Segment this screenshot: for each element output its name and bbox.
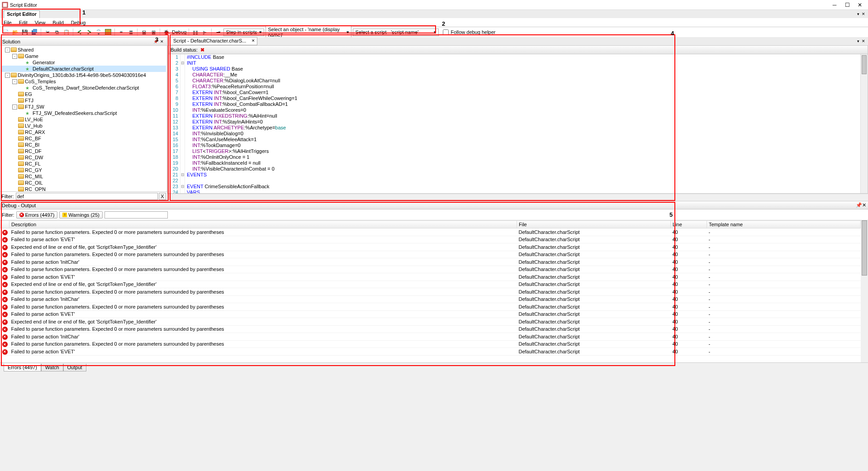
- indent-icon[interactable]: ≣: [127, 28, 135, 36]
- error-row[interactable]: ✕Failed to parse function parameters. Ex…: [0, 251, 861, 258]
- tree-folder[interactable]: RC_MIL: [1, 173, 166, 180]
- error-row[interactable]: ✕Failed to parse action 'InitChar'Defaul…: [0, 295, 861, 303]
- tree-toggle-icon[interactable]: -: [5, 48, 10, 52]
- tree-folder[interactable]: -FTJ_SW: [1, 104, 166, 110]
- error-row[interactable]: ✕Failed to parse action 'EVET'DefaultCha…: [0, 273, 861, 281]
- tree-folder[interactable]: RC_BI: [1, 142, 166, 148]
- debug-search-input[interactable]: [104, 211, 168, 219]
- tree-folder[interactable]: -Shared: [1, 47, 166, 53]
- error-row[interactable]: ✕Failed to parse function parameters. Ex…: [0, 228, 861, 236]
- tree-folder[interactable]: LV_Hub: [1, 123, 166, 129]
- pause-icon[interactable]: ▮▮: [191, 28, 199, 36]
- col-file[interactable]: File: [517, 221, 671, 228]
- tree-folder[interactable]: -DivinityOrigins_1301db3d-1f54-4e98-9be5…: [1, 72, 166, 78]
- debug-vertical-scrollbar[interactable]: [861, 220, 868, 362]
- expand-icon[interactable]: ⊞: [149, 28, 157, 36]
- tree-folder[interactable]: -Game: [1, 53, 166, 59]
- step-into-icon[interactable]: [104, 28, 112, 36]
- tabstrip-close-icon[interactable]: ✕: [861, 11, 866, 17]
- tree-folder[interactable]: FTJ: [1, 97, 166, 104]
- errors-filter-button[interactable]: ✕Errors (4497): [16, 211, 58, 219]
- tabstrip-dropdown-icon[interactable]: ▾: [855, 11, 861, 17]
- vertical-scrollbar[interactable]: [860, 54, 868, 193]
- tree-script[interactable]: DefaultCharacter.charScript: [1, 66, 166, 72]
- pin-icon[interactable]: 📌: [152, 38, 159, 45]
- error-row[interactable]: ✕Failed to parse action 'EVET'DefaultCha…: [0, 236, 861, 243]
- clear-filter-button[interactable]: X: [159, 193, 166, 200]
- save-icon[interactable]: [21, 28, 29, 36]
- tree-folder[interactable]: RC_OPN: [1, 186, 166, 191]
- error-row[interactable]: ✕Failed to parse action 'EVET'DefaultCha…: [0, 310, 861, 318]
- menu-debug[interactable]: Debug: [67, 19, 89, 26]
- tree-folder[interactable]: RC_OIL: [1, 180, 166, 186]
- collapse-icon[interactable]: ⊟: [140, 28, 148, 36]
- menu-view[interactable]: View: [31, 19, 49, 26]
- cut-icon[interactable]: [43, 28, 52, 36]
- horizontal-scrollbar[interactable]: [167, 194, 868, 201]
- error-row[interactable]: ✕Expected end of line or end of file, go…: [0, 243, 861, 251]
- bottom-tab-watch[interactable]: Watch: [41, 364, 63, 371]
- pin-icon[interactable]: 📌: [856, 202, 862, 208]
- follow-debug-helper-checkbox[interactable]: Follow debug helper: [443, 29, 495, 35]
- tree-toggle-icon[interactable]: -: [12, 105, 17, 109]
- tree-script[interactable]: FTJ_SW_DefeatedSeekers.charScript: [1, 110, 166, 116]
- menu-file[interactable]: File: [0, 19, 15, 26]
- play-icon[interactable]: ▶: [201, 28, 209, 36]
- tree-toggle-icon[interactable]: -: [5, 73, 10, 78]
- menu-build[interactable]: Build: [49, 19, 67, 26]
- maximize-button[interactable]: ☐: [841, 1, 854, 9]
- error-row[interactable]: ✕Failed to parse action 'InitChar'Defaul…: [0, 333, 861, 341]
- tab-script-editor[interactable]: Script Editor: [4, 10, 40, 18]
- tree-folder[interactable]: RC_DF: [1, 148, 166, 154]
- close-icon[interactable]: ✕: [251, 38, 255, 43]
- tree-folder[interactable]: RC_BF: [1, 135, 166, 142]
- step-icon[interactable]: ⇥: [214, 28, 222, 36]
- debug-label[interactable]: Debug: [172, 29, 186, 35]
- close-icon[interactable]: ✕: [159, 38, 165, 45]
- error-row[interactable]: ✕Failed to parse action 'EVET'DefaultCha…: [0, 348, 861, 356]
- open-file-icon[interactable]: [11, 28, 19, 36]
- minimize-button[interactable]: ─: [828, 1, 841, 9]
- tree-folder[interactable]: -CoS_Temples: [1, 78, 166, 85]
- bottom-tab-output[interactable]: Output: [63, 364, 86, 371]
- error-row[interactable]: ✕Failed to parse function parameters. Ex…: [0, 303, 861, 311]
- tree-folder[interactable]: RC_FL: [1, 161, 166, 167]
- tree-toggle-icon[interactable]: -: [12, 79, 17, 84]
- bug-icon[interactable]: 🐞: [162, 28, 171, 36]
- warnings-filter-button[interactable]: !Warnings (25): [59, 211, 103, 219]
- editor-tabstrip-close-icon[interactable]: ✕: [861, 38, 866, 44]
- debug-error-table[interactable]: Description File Line Template name ✕Fai…: [0, 220, 861, 362]
- tree-folder[interactable]: RC_DW: [1, 154, 166, 161]
- filter-input[interactable]: [16, 193, 158, 200]
- step-mode-combo[interactable]: Step in scripts▾: [223, 29, 264, 36]
- select-object-combo[interactable]: Select an object - 'name (display name)'…: [266, 26, 351, 38]
- menu-edit[interactable]: Edit: [15, 19, 31, 26]
- follow-debug-helper-input[interactable]: [443, 29, 449, 35]
- error-row[interactable]: ✕Failed to parse function parameters. Ex…: [0, 288, 861, 296]
- tree-script[interactable]: CoS_Temples_Dwarf_StoneDefender.charScri…: [1, 85, 166, 91]
- col-description[interactable]: Description: [9, 221, 517, 228]
- solution-tree[interactable]: -Shared-GameGeneratorDefaultCharacter.ch…: [0, 46, 167, 191]
- undo-icon[interactable]: [76, 28, 84, 36]
- error-row[interactable]: ✕Failed to parse function parameters. Ex…: [0, 266, 861, 273]
- tree-folder[interactable]: EG: [1, 91, 166, 97]
- tree-script[interactable]: Generator: [1, 59, 166, 66]
- save-all-icon[interactable]: [30, 28, 38, 36]
- code-editor[interactable]: 1234567891011121314151617181920212223242…: [167, 54, 868, 194]
- bottom-tab-errors[interactable]: Errors (4497): [4, 364, 41, 371]
- tree-folder[interactable]: LV_HoE: [1, 116, 166, 123]
- editor-tab[interactable]: Script - DefaultCharacter.charS... ✕: [170, 37, 257, 45]
- error-row[interactable]: ✕Failed to parse action 'InitChar'Defaul…: [0, 258, 861, 266]
- select-script-combo[interactable]: Select a script - 'script name'▾: [353, 29, 439, 36]
- outdent-icon[interactable]: ≡: [117, 28, 125, 36]
- col-line[interactable]: Line: [671, 221, 707, 228]
- copy-icon[interactable]: [53, 28, 61, 36]
- redo-icon[interactable]: [85, 28, 93, 36]
- step-over-icon[interactable]: [95, 28, 103, 36]
- new-file-icon[interactable]: [2, 28, 10, 36]
- editor-tabstrip-dropdown-icon[interactable]: ▾: [855, 38, 861, 44]
- error-row[interactable]: ✕Failed to parse function parameters. Ex…: [0, 325, 861, 333]
- col-template-name[interactable]: Template name: [707, 221, 861, 228]
- error-row[interactable]: ✕Expected end of line or end of file, go…: [0, 318, 861, 326]
- tree-folder[interactable]: RC_GY: [1, 167, 166, 173]
